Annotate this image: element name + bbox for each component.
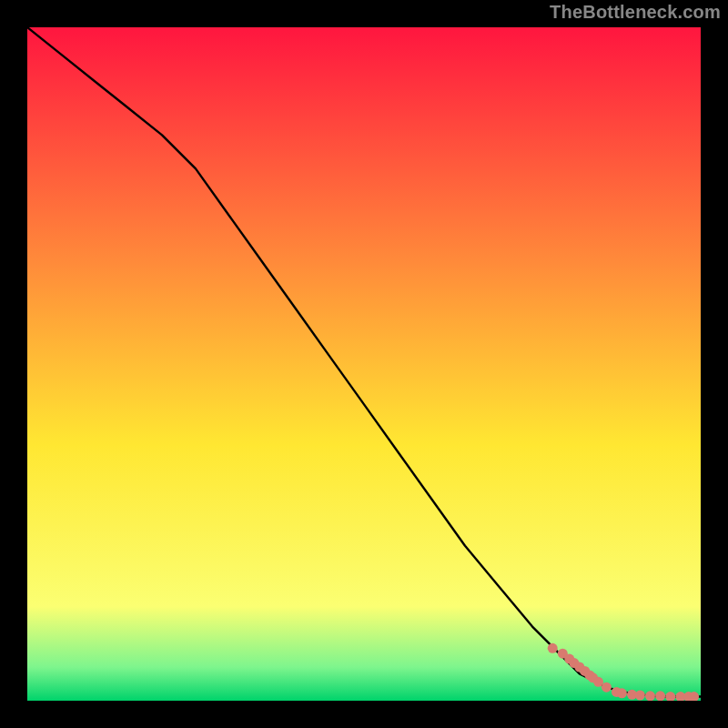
scatter-dot bbox=[617, 688, 627, 698]
watermark-label: TheBottleneck.com bbox=[550, 2, 721, 23]
scatter-dot bbox=[645, 691, 655, 701]
plot-area bbox=[27, 27, 701, 701]
chart-svg bbox=[27, 27, 701, 701]
scatter-dot bbox=[602, 682, 612, 693]
scatter-dot bbox=[655, 691, 665, 701]
scatter-dot bbox=[635, 691, 645, 701]
scatter-dot bbox=[548, 643, 558, 653]
gradient-background bbox=[27, 27, 701, 701]
chart-stage: TheBottleneck.com bbox=[0, 0, 728, 728]
